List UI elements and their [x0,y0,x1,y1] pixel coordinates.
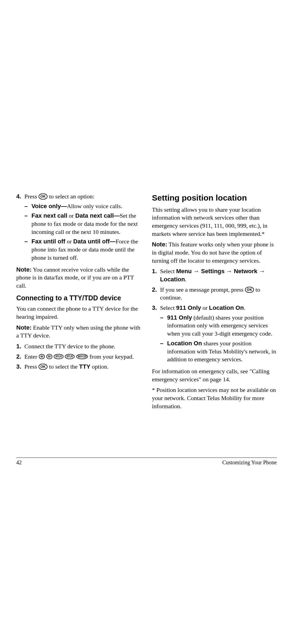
bold: 911 Only [176,304,201,311]
sub-body: Fax until off or Data until off—Force th… [31,237,141,262]
bold: Data next call— [75,212,120,219]
text: If you see a message prompt, press [160,286,245,293]
paragraph: For information on emergency calls, see … [152,367,277,383]
subsection-heading: Connecting to a TTY/TDD device [16,294,141,303]
bold: Network [234,268,257,275]
ok-icon: OK [39,364,48,370]
sublist: – Voice only—Allow only voice calls. – F… [24,202,141,262]
keypad-icon: 8TUV [65,354,75,359]
text: . [244,304,246,311]
page-number: 42 [16,459,22,466]
step-4: 4. Press OK to select an option: – Voice… [16,192,141,263]
dash-marker: – [160,339,167,363]
step-body: Press OK to select the TTY option. [24,363,141,371]
text: or [65,238,73,245]
paragraph: * Position location services may not be … [152,386,277,410]
dash-marker: – [24,212,31,236]
arrow-icon: → [192,268,201,275]
step-marker: 2. [16,353,24,361]
sub-body: Fax next call or Data next call—Set the … [31,212,141,236]
bold: Location On [167,340,202,347]
text: Allow only voice calls. [67,203,122,210]
arrow-icon: → [225,268,234,275]
keypad-icon: 8# [39,354,45,359]
step-marker: 3. [16,363,24,371]
sub-item: – 911 Only (default) shares your positio… [160,314,277,338]
sub-item: – Fax next call or Data next call—Set th… [24,212,141,236]
sub-item: – Voice only—Allow only voice calls. [24,202,141,210]
sublist: – 911 Only (default) shares your positio… [160,314,277,363]
text: or [67,212,75,219]
note-paragraph: Note: Enable TTY only when using the pho… [16,324,141,340]
text: Select [160,304,176,311]
keypad-icon: 8TUV [54,354,63,359]
page-content: 4. Press OK to select an option: – Voice… [16,192,277,413]
note-label: Note: [16,324,31,331]
step-body: If you see a message prompt, press OK to… [160,286,277,302]
section-heading: Setting position location [152,192,277,204]
step-body: Select Menu → Settings → Network → Locat… [160,267,277,283]
step-marker: 1. [152,267,160,283]
ok-icon: OK [39,194,48,199]
left-column: 4. Press OK to select an option: – Voice… [16,192,141,413]
step-2: 2. If you see a message prompt, press OK… [152,286,277,302]
bold: Voice only— [31,203,67,210]
note-body: You cannot receive voice calls while the… [16,266,134,289]
text: Enter [24,353,39,360]
text: Select [160,268,176,275]
page-footer: 42 Customizing Your Phone [16,458,277,466]
step-body: Press OK to select an option: – Voice on… [24,192,141,263]
keypad-icon: WXYZ9 [76,354,88,359]
ok-icon: OK [245,287,254,293]
step-marker: 2. [152,286,160,302]
paragraph: This setting allows you to share your lo… [152,206,277,238]
step-1: 1. Select Menu → Settings → Network → Lo… [152,267,277,283]
step-3: 3. Select 911 Only or Location On. – 911… [152,304,277,365]
arrow-icon: → [257,268,265,275]
text: to select an option: [47,193,94,200]
right-column: Setting position location This setting a… [152,192,277,413]
text: from your keypad. [88,353,134,360]
bold: Menu [176,268,192,275]
note-paragraph: Note: This feature works only when your … [152,240,277,265]
text: option. [90,363,109,370]
step-2: 2. Enter 8# 8# 8TUV 8TUV WXYZ9 from your… [16,353,141,361]
bold: TTY [79,363,91,370]
step-body: Select 911 Only or Location On. – 911 On… [160,304,277,365]
note-body: This feature works only when your phone … [152,241,274,264]
note-paragraph: Note: You cannot receive voice calls whi… [16,266,141,290]
dash-marker: – [24,202,31,210]
sub-item: – Location On shares your position infor… [160,339,277,363]
note-body: Enable TTY only when using the phone wit… [16,324,140,339]
step-list: 1. Select Menu → Settings → Network → Lo… [152,267,277,365]
bold: Data until off— [73,238,116,245]
sub-body: 911 Only (default) shares your position … [167,314,277,338]
sub-body: Voice only—Allow only voice calls. [31,202,141,210]
step-body: Connect the TTY device to the phone. [24,342,141,350]
bold: Location [160,276,185,283]
note-label: Note: [16,266,31,273]
step-marker: 3. [152,304,160,365]
text: Press [24,193,39,200]
note-label: Note: [152,241,167,248]
sub-body: Location On shares your position informa… [167,339,277,363]
text: or [201,304,209,311]
keypad-icon: 8# [46,354,52,359]
sub-item: – Fax until off or Data until off—Force … [24,237,141,262]
text: Press [24,363,39,370]
text: to select the [47,363,79,370]
step-body: Enter 8# 8# 8TUV 8TUV WXYZ9 from your ke… [24,353,141,361]
step-marker: 4. [16,192,24,263]
step-list-continued: 4. Press OK to select an option: – Voice… [16,192,141,263]
chapter-title: Customizing Your Phone [222,459,277,466]
dash-marker: – [160,314,167,338]
text: . [185,276,187,283]
bold: 911 Only [167,314,192,321]
paragraph: You can connect the phone to a TTY devic… [16,305,141,321]
step-3: 3. Press OK to select the TTY option. [16,363,141,371]
bold: Location On [209,304,244,311]
dash-marker: – [24,237,31,262]
step-1: 1. Connect the TTY device to the phone. [16,342,141,350]
step-marker: 1. [16,342,24,350]
bold: Fax until off [31,238,65,245]
